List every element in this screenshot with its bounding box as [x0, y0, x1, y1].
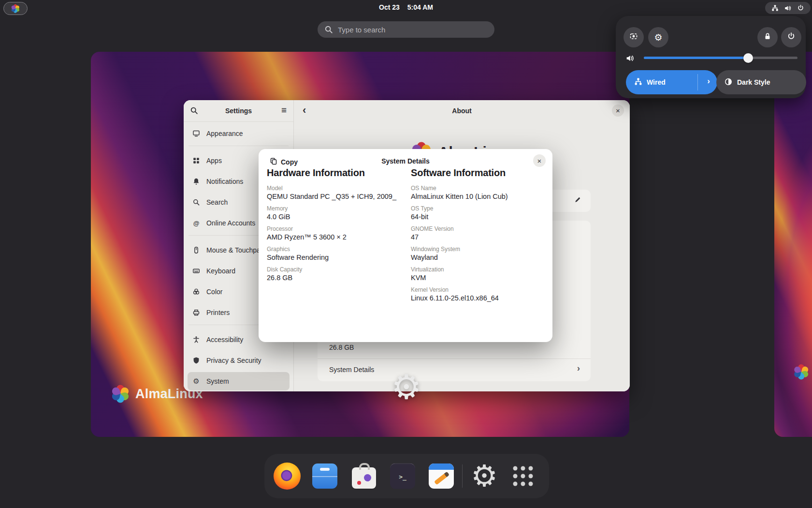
keyboard-icon	[192, 267, 200, 275]
dock-item-files[interactable]	[312, 463, 337, 489]
field-label: Model	[267, 185, 405, 192]
search-input[interactable]	[318, 21, 494, 38]
terminal-icon: >_	[390, 463, 415, 489]
hand-privacy-icon	[192, 357, 200, 364]
dark-style-toggle[interactable]: Dark Style	[716, 70, 806, 94]
system-tray[interactable]	[765, 2, 811, 14]
volume-knob[interactable]	[743, 53, 753, 63]
wired-network-toggle[interactable]: Wired ›	[626, 70, 717, 94]
field-value: AlmaLinux Kitten 10 (Lion Cub)	[411, 193, 545, 200]
field-virtualization: Virtualization KVM	[411, 266, 545, 282]
power-button[interactable]	[781, 27, 801, 47]
sidebar-item-label: Keyboard	[206, 267, 235, 275]
chevron-right-icon[interactable]: ›	[577, 363, 580, 374]
bag-dot	[357, 481, 361, 485]
field-label: Kernel Version	[411, 286, 545, 293]
settings-gear-icon: ⚙	[471, 461, 498, 491]
sidebar-item-label: Online Accounts	[206, 219, 255, 227]
field-value: 26.8 GB	[267, 274, 405, 282]
settings-app-icon[interactable]: ⚙	[389, 369, 424, 405]
chevron-right-icon[interactable]: ›	[707, 76, 710, 86]
sidebar-separator	[188, 146, 289, 146]
sidebar-item-appearance[interactable]: Appearance	[188, 124, 290, 143]
field-label: Processor	[267, 225, 405, 232]
prompt-glyph: >_	[399, 473, 406, 480]
overview-search	[318, 21, 494, 38]
field-value: AMD Ryzen™ 5 3600 × 2	[267, 233, 405, 241]
field-value: 4.0 GiB	[267, 213, 405, 221]
section-heading: Hardware Information	[267, 167, 405, 179]
workspace-preview-next[interactable]	[774, 52, 812, 437]
software-store-icon	[352, 467, 376, 489]
sidebar-header: Settings ≡	[184, 100, 293, 122]
field-value: 47	[411, 233, 545, 241]
at-icon: @	[192, 219, 200, 227]
search-icon	[192, 198, 200, 206]
wired-network-icon	[771, 4, 779, 12]
sidebar-item-system[interactable]: ⚙ System	[188, 372, 290, 390]
power-icon	[787, 32, 796, 43]
field-memory: Memory 4.0 GiB	[267, 205, 405, 221]
show-apps-button[interactable]	[513, 466, 533, 486]
sidebar-item-label: Apps	[206, 157, 222, 164]
lock-icon	[763, 32, 772, 43]
field-value: KVM	[411, 274, 545, 282]
pencil-icon	[574, 196, 581, 206]
field-label: Windowing System	[411, 246, 545, 253]
field-value: Linux 6.11.0-25.el10.x86_64	[411, 294, 545, 302]
wired-label: Wired	[647, 78, 666, 86]
system-details-dialog[interactable]: Copy System Details × Hardware Informati…	[259, 149, 552, 342]
hardware-information-section: Hardware Information Model QEMU Standard…	[267, 167, 405, 286]
screenshot-button[interactable]	[624, 27, 644, 47]
field-gnome-version: GNOME Version 47	[411, 225, 545, 241]
volume-slider[interactable]	[644, 57, 798, 59]
field-kernel-version: Kernel Version Linux 6.11.0-25.el10.x86_…	[411, 286, 545, 302]
system-details-row[interactable]: System Details	[329, 366, 374, 374]
field-os-type: OS Type 64-bit	[411, 205, 545, 221]
dock-item-software[interactable]	[352, 463, 376, 489]
main-menu-icon[interactable]: ≡	[281, 105, 287, 116]
screenshot-icon	[629, 32, 638, 43]
dock-item-firefox[interactable]	[274, 463, 301, 490]
lock-button[interactable]	[757, 27, 778, 47]
disk-capacity-value: 26.8 GB	[329, 344, 354, 351]
dock-item-text-editor[interactable]	[429, 463, 454, 489]
top-bar: Oct 23 5:04 AM	[0, 0, 812, 15]
field-os-name: OS Name AlmaLinux Kitten 10 (Lion Cub)	[411, 185, 545, 200]
field-graphics: Graphics Software Rendering	[267, 246, 405, 261]
field-label: GNOME Version	[411, 225, 545, 232]
drawer-line	[312, 476, 337, 477]
dock-item-terminal[interactable]: >_	[390, 463, 415, 489]
pill-divider	[697, 74, 698, 90]
field-value: QEMU Standard PC _Q35 + ICH9, 2009_	[267, 193, 405, 200]
software-information-section: Software Information OS Name AlmaLinux K…	[411, 167, 545, 307]
field-label: Disk Capacity	[267, 266, 405, 273]
dock-separator	[462, 464, 463, 488]
editor-header	[429, 463, 454, 470]
bag-dot	[364, 474, 371, 481]
edit-device-name-button[interactable]	[569, 193, 586, 209]
clock[interactable]: Oct 23 5:04 AM	[0, 0, 812, 15]
sidebar-item-label: Search	[206, 198, 228, 206]
almalinux-logo	[111, 385, 130, 403]
pencil-shape	[434, 471, 450, 485]
dialog-title: System Details	[259, 157, 552, 165]
window-title: Settings	[184, 107, 293, 115]
accessibility-icon	[192, 336, 200, 344]
printer-icon	[192, 309, 200, 316]
dialog-close-button[interactable]: ×	[533, 154, 546, 167]
field-model: Model QEMU Standard PC _Q35 + ICH9, 2009…	[267, 185, 405, 200]
sidebar-item-label: Color	[206, 288, 222, 296]
window-close-button[interactable]: ×	[612, 105, 624, 117]
sidebar-item-label: System	[206, 377, 229, 385]
speaker-icon	[784, 4, 792, 12]
field-value: 64-bit	[411, 213, 545, 221]
sidebar-item-privacy-security[interactable]: Privacy & Security	[188, 351, 290, 370]
field-windowing-system: Windowing System Wayland	[411, 246, 545, 261]
field-processor: Processor AMD Ryzen™ 5 3600 × 2	[267, 225, 405, 241]
firefox-icon	[274, 463, 301, 490]
quick-settings-button[interactable]: ⚙	[648, 27, 668, 47]
sidebar-item-label: Privacy & Security	[206, 357, 261, 364]
field-value: Wayland	[411, 254, 545, 261]
dock-item-settings[interactable]: ⚙	[471, 461, 498, 491]
